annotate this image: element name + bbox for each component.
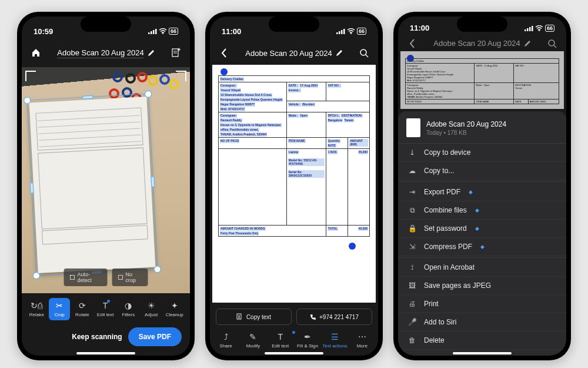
edit-title-icon[interactable] (336, 49, 343, 57)
viewfinder-corner (25, 71, 36, 81)
sheet-subtitle: Today • 178 KB (426, 130, 506, 136)
save-pdf-button[interactable]: Save PDF (128, 327, 182, 346)
edit-toolbar: ↻⎙Retake ✂Crop ⟳Rotate TEdit text ◑Filte… (22, 293, 190, 323)
menu-export-pdf[interactable]: ⇥Export PDF◆ (398, 183, 566, 201)
menu-save-jpeg[interactable]: 🖼Save pages as JPEG (398, 277, 566, 295)
menu-print[interactable]: 🖨Print (398, 295, 566, 313)
selection-handle[interactable] (220, 68, 228, 75)
crop-frame[interactable] (26, 94, 158, 276)
edit-text-button[interactable]: TEdit text (268, 332, 293, 349)
svg-point-19 (539, 30, 540, 31)
no-crop-button[interactable]: No crop (112, 268, 148, 286)
menu-siri[interactable]: 🎤Add to Siri (398, 313, 566, 331)
signal-icon (148, 28, 157, 34)
sheet-header: Adobe Scan 20 Aug 2024 Today • 178 KB (398, 111, 566, 144)
acrobat-icon: ⟟ (407, 263, 417, 271)
menu-compress[interactable]: ⇲Compress PDF◆ (398, 238, 566, 256)
back-icon[interactable] (406, 38, 418, 49)
document-page[interactable]: Delivery Challan Consignor: Yousuf Vilay… (212, 65, 376, 303)
home-indicator[interactable] (453, 352, 512, 354)
svg-rect-3 (155, 29, 157, 34)
svg-point-20 (549, 40, 554, 46)
back-icon[interactable] (218, 47, 230, 59)
viewfinder-corner (176, 71, 186, 81)
image-icon: 🖼 (407, 281, 417, 290)
clock: 10:59 (34, 27, 53, 36)
menu-combine[interactable]: ⧉Combine files◆ (398, 201, 566, 220)
signal-icon (336, 28, 345, 34)
download-icon: ⤓ (407, 148, 417, 157)
menu-password[interactable]: 🔒Set password◆ (398, 220, 566, 238)
search-icon[interactable] (358, 47, 370, 59)
svg-rect-15 (524, 29, 526, 31)
svg-point-13 (360, 49, 366, 55)
home-icon[interactable] (30, 47, 42, 59)
mic-icon: 🎤 (407, 318, 417, 326)
menu-copy-to[interactable]: ☁Copy to... (398, 162, 566, 180)
app-header: Adobe Scan 20 Aug 2024 (398, 35, 566, 52)
menu-acrobat[interactable]: ⟟Open in Acrobat (398, 258, 566, 277)
fill-sign-button[interactable]: ✒Fill & Sign (295, 332, 320, 349)
copy-text-button[interactable]: Copy text (216, 309, 292, 325)
lock-icon: 🔒 (407, 224, 417, 233)
svg-rect-1 (151, 31, 152, 34)
combine-icon: ⧉ (407, 206, 417, 214)
text-actions-button[interactable]: ☰Text actions (322, 332, 347, 349)
home-indicator[interactable] (265, 352, 323, 354)
rotate-button[interactable]: ⟳Rotate (72, 298, 93, 320)
compress-icon: ⇲ (407, 243, 417, 251)
battery-icon: 66 (169, 28, 178, 35)
more-button[interactable]: ⋯More (350, 332, 375, 349)
signal-icon (524, 25, 533, 31)
menu-copy-device[interactable]: ⤓Copy to device (398, 144, 566, 162)
premium-icon: ◆ (480, 244, 485, 250)
svg-rect-8 (336, 32, 338, 34)
premium-icon: ◆ (469, 189, 473, 195)
wifi-icon (159, 28, 167, 34)
retake-button[interactable]: ↻⎙Retake (26, 298, 47, 320)
share-button[interactable]: ⤴Share (213, 332, 238, 349)
svg-rect-9 (339, 31, 340, 34)
svg-point-12 (350, 33, 352, 34)
document-title[interactable]: Adobe Scan 20 Aug 2024 (57, 48, 143, 58)
battery-icon: 66 (545, 25, 554, 32)
clock: 11:00 (222, 27, 241, 36)
adjust-button[interactable]: ☀Adjust (141, 298, 162, 320)
crop-button[interactable]: ✂Crop (49, 298, 70, 320)
filters-button[interactable]: ◑Filters (118, 298, 139, 320)
svg-rect-11 (343, 29, 345, 34)
auto-detect-button[interactable]: Auto-detect (64, 268, 108, 286)
premium-icon: ◆ (475, 226, 479, 231)
app-header: Adobe Scan 20 Aug 2024 (22, 41, 190, 65)
battery-icon: 66 (357, 28, 366, 35)
document-title: Adobe Scan 20 Aug 2024 (245, 49, 332, 58)
premium-icon: ◆ (475, 207, 479, 213)
home-indicator[interactable] (76, 352, 135, 354)
svg-rect-6 (70, 275, 74, 279)
wifi-icon (535, 25, 543, 31)
cloud-icon: ☁ (407, 167, 417, 175)
modify-button[interactable]: ✎Modify (240, 332, 265, 349)
trash-icon: 🗑 (407, 336, 417, 344)
bottom-toolbar: ⤴Share ✎Modify TEdit text ✒Fill & Sign ☰… (210, 329, 378, 350)
doc-thumbnail (406, 118, 420, 137)
add-page-icon[interactable] (170, 47, 182, 59)
photo-viewport[interactable]: Auto-detect No crop (22, 67, 190, 293)
svg-rect-16 (527, 28, 529, 31)
svg-rect-18 (532, 26, 533, 31)
keep-scanning-button[interactable]: Keep scanning (72, 333, 122, 341)
menu-list[interactable]: ⤓Copy to device ☁Copy to... ⇥Export PDF◆… (398, 144, 566, 350)
svg-rect-10 (341, 30, 343, 34)
clock: 11:00 (410, 24, 429, 32)
selection-handle[interactable] (349, 243, 356, 250)
edit-text-button[interactable]: TEdit text (95, 298, 116, 320)
cleanup-button[interactable]: ✦Cleanup (163, 298, 186, 320)
svg-rect-0 (148, 32, 150, 34)
svg-rect-17 (529, 27, 531, 31)
menu-delete[interactable]: 🗑Delete (398, 331, 566, 350)
edit-title-icon[interactable] (524, 40, 531, 47)
call-number-button[interactable]: +974 221 4717 (296, 309, 372, 325)
wifi-icon (347, 28, 355, 34)
search-icon[interactable] (546, 38, 558, 49)
edit-title-icon[interactable] (148, 49, 155, 57)
